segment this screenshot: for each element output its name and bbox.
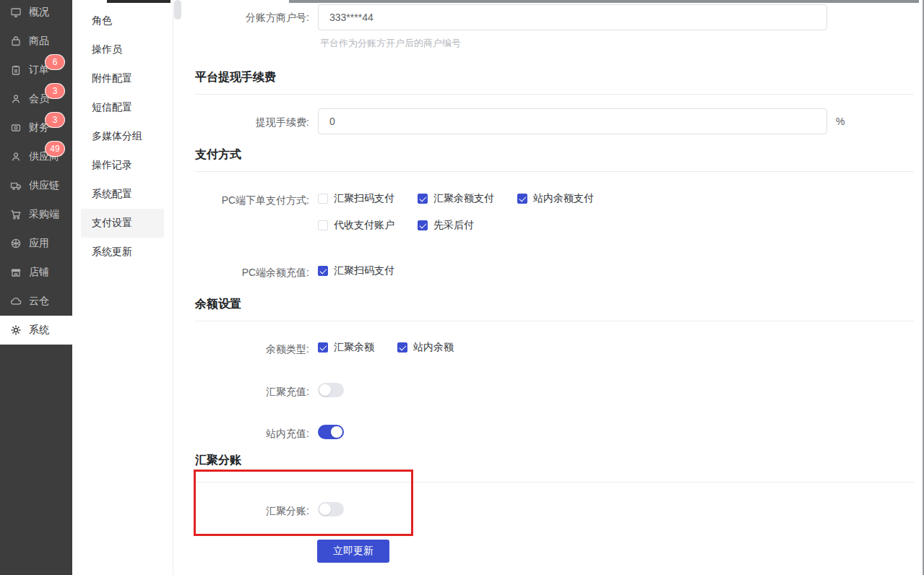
checkbox-collection-account[interactable]: 代收支付账户 <box>318 219 394 232</box>
members-badge: 3 <box>45 83 65 99</box>
sidebar-item-system[interactable]: 系统 <box>0 316 72 345</box>
huiju-recharge-label: 汇聚充值: <box>188 385 309 398</box>
sidebar-item-finance[interactable]: 财务 3 <box>0 113 72 142</box>
annotation-red-box <box>194 470 413 536</box>
checkbox-buy-first-pay-later[interactable]: 先采后付 <box>418 219 474 232</box>
menu-item-label: 操作记录 <box>92 159 132 172</box>
menu-item-roles[interactable]: 角色 <box>81 7 164 35</box>
checkbox-icon <box>318 220 328 230</box>
menu-item-operation-log[interactable]: 操作记录 <box>81 151 164 180</box>
sidebar-item-cloud-warehouse[interactable]: 云仓 <box>0 287 72 316</box>
user-icon <box>10 93 22 105</box>
money-icon <box>10 122 22 134</box>
menu-item-label: 角色 <box>92 14 112 27</box>
checkbox-icon <box>517 194 527 204</box>
top-dark-strip <box>107 0 170 3</box>
checkbox-icon <box>397 342 407 353</box>
sidebar-item-label: 概况 <box>29 6 49 19</box>
section-title-platform-withdraw-fee: 平台提现手续费 <box>195 70 276 85</box>
cloud-icon <box>10 295 22 307</box>
checkbox-huiju-balance[interactable]: 汇聚余额 <box>318 341 374 354</box>
site-recharge-label: 站内充值: <box>188 427 309 440</box>
menu-item-payment-settings[interactable]: 支付设置 <box>81 209 164 238</box>
suppliers-badge: 49 <box>45 141 65 157</box>
apps-icon <box>10 238 22 249</box>
sidebar-item-apps[interactable]: 应用 <box>0 229 72 258</box>
finance-badge: 3 <box>45 112 65 128</box>
percent-suffix: % <box>836 116 845 127</box>
toggle-knob <box>331 426 342 438</box>
top-gray-strip <box>289 0 919 3</box>
bag-icon <box>10 35 22 47</box>
primary-sidebar: 概况 商品 订单 6 会员 3 财务 3 供应商 49 供应链 <box>0 0 72 575</box>
update-now-button[interactable]: 立即更新 <box>317 540 389 563</box>
supplier-user-icon <box>10 151 22 163</box>
pc-order-pay-row1: 汇聚扫码支付 汇聚余额支付 站内余额支付 <box>318 191 594 206</box>
truck-icon <box>10 180 22 191</box>
pc-order-pay-row2: 代收支付账户 先采后付 <box>318 218 474 233</box>
menu-item-sms-config[interactable]: 短信配置 <box>81 93 164 122</box>
checkbox-site-balance[interactable]: 站内余额 <box>397 341 454 354</box>
split-merchant-no-help: 平台作为分账方开户后的商户编号 <box>320 37 461 50</box>
menu-item-attachment-config[interactable]: 附件配置 <box>81 64 164 93</box>
balance-type-label: 余额类型: <box>188 342 309 355</box>
menu-item-label: 附件配置 <box>92 72 132 85</box>
toggle-site-recharge[interactable] <box>318 425 344 439</box>
menu-item-operators[interactable]: 操作员 <box>81 35 164 64</box>
clipboard-icon <box>10 64 22 76</box>
payment-settings-form: 分账方商户号: 平台作为分账方开户后的商户编号 平台提现手续费 提现手续费: %… <box>173 0 924 575</box>
withdraw-fee-input[interactable] <box>318 108 827 134</box>
checkbox-site-balance-pay[interactable]: 站内余额支付 <box>517 192 594 205</box>
gear-icon <box>10 324 22 336</box>
split-merchant-no-input[interactable] <box>318 4 827 30</box>
section-title-payment-methods: 支付方式 <box>195 147 241 163</box>
checkbox-icon <box>418 194 428 204</box>
sidebar-item-goods[interactable]: 商品 <box>0 27 72 56</box>
section-title-balance-settings: 余额设置 <box>195 297 241 312</box>
checkbox-icon <box>318 342 328 353</box>
sidebar-item-label: 店铺 <box>29 266 49 279</box>
checkbox-huiju-balance-pay[interactable]: 汇聚余额支付 <box>418 192 494 205</box>
section-divider <box>195 321 914 321</box>
menu-item-label: 短信配置 <box>92 101 132 114</box>
sidebar-item-shops[interactable]: 店铺 <box>0 258 72 287</box>
toggle-knob <box>319 384 331 396</box>
cart-icon <box>10 209 22 220</box>
storefront-icon <box>10 267 22 278</box>
section-divider <box>195 171 914 172</box>
sidebar-item-label: 供应链 <box>29 179 59 192</box>
sidebar-item-overview[interactable]: 概况 <box>0 0 72 27</box>
pc-recharge-row: 汇聚扫码支付 <box>318 264 394 278</box>
checkbox-huiju-scan-pay[interactable]: 汇聚扫码支付 <box>318 192 394 205</box>
menu-item-label: 系统配置 <box>92 188 132 201</box>
system-submenu: 角色 操作员 附件配置 短信配置 多媒体分组 操作记录 系统配置 支付设置 系统… <box>72 0 173 575</box>
menu-item-label: 支付设置 <box>92 217 132 230</box>
sidebar-item-members[interactable]: 会员 3 <box>0 85 72 113</box>
scrollbar-thumb[interactable] <box>174 0 181 20</box>
menu-item-system-update[interactable]: 系统更新 <box>81 238 164 267</box>
checkbox-icon <box>418 220 428 230</box>
sidebar-item-label: 系统 <box>29 324 49 337</box>
menu-item-label: 系统更新 <box>92 246 132 259</box>
sidebar-item-orders[interactable]: 订单 6 <box>0 56 72 85</box>
checkbox-recharge-huiju-scan-pay[interactable]: 汇聚扫码支付 <box>318 264 394 277</box>
sidebar-item-label: 商品 <box>29 35 49 48</box>
balance-type-row: 汇聚余额 站内余额 <box>318 340 454 355</box>
menu-item-media-groups[interactable]: 多媒体分组 <box>81 122 164 151</box>
sidebar-item-purchasing[interactable]: 采购端 <box>0 200 72 229</box>
withdraw-fee-label: 提现手续费: <box>188 116 309 129</box>
section-divider <box>195 94 914 95</box>
sidebar-item-supply-chain[interactable]: 供应链 <box>0 171 72 200</box>
checkbox-icon <box>318 266 328 276</box>
section-title-huiju-split: 汇聚分账 <box>195 453 241 468</box>
menu-item-label: 多媒体分组 <box>92 130 142 143</box>
toggle-huiju-recharge[interactable] <box>318 383 344 397</box>
menu-item-system-config[interactable]: 系统配置 <box>81 180 164 209</box>
pc-recharge-label: PC端余额充值: <box>188 266 309 279</box>
split-merchant-no-label: 分账方商户号: <box>188 11 309 24</box>
sidebar-item-label: 应用 <box>29 237 49 250</box>
sidebar-item-label: 云仓 <box>29 295 49 308</box>
sidebar-item-suppliers[interactable]: 供应商 49 <box>0 142 72 171</box>
monitor-icon <box>10 7 22 18</box>
primary-sidebar-list: 概况 商品 订单 6 会员 3 财务 3 供应商 49 供应链 <box>0 0 72 345</box>
